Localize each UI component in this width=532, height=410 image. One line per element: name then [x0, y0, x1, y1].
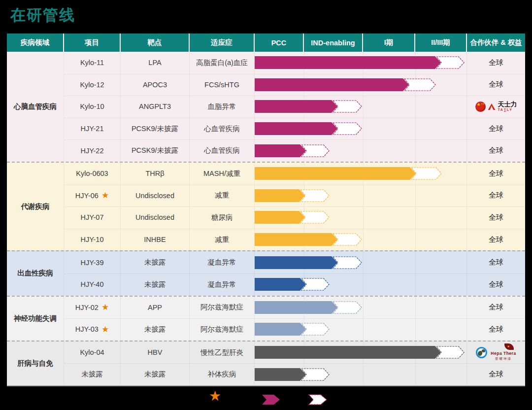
project-name: Kylo-04	[80, 348, 104, 356]
project-cell: Kylo-12	[64, 74, 121, 96]
partner-rights-label: 全球	[489, 80, 503, 89]
phase-gridline	[363, 185, 364, 207]
phase-gridline	[415, 363, 416, 385]
solid-arrow-bar	[255, 189, 305, 202]
partner-rights-label: 全球	[489, 303, 503, 312]
tasly-cn-label: 天士力	[498, 101, 517, 107]
partner-rights-label: 全球	[489, 124, 503, 134]
partner-rights-label: 全球	[489, 169, 503, 178]
partner-cell: 全球	[467, 52, 525, 74]
solid-arrow-bar	[255, 167, 416, 180]
disease-group: 心脑血管疾病Kylo-11LPA高脂蛋白(a)血症全球Kylo-12APOC3F…	[7, 52, 525, 162]
partner-rights-label: 全球	[489, 258, 503, 267]
phase-gridline	[415, 251, 416, 273]
indication-cell: 凝血异常	[190, 273, 255, 296]
indication-cell: 高脂蛋白(a)血症	[190, 52, 255, 74]
target-cell: 未披露	[121, 363, 190, 385]
legend-star-icon: ★	[209, 389, 221, 403]
target-cell: 未披露	[121, 273, 190, 296]
phase-progress-bar	[255, 277, 332, 291]
pipeline-row: 未披露未披露补体疾病全球	[64, 363, 525, 385]
project-cell: HJY-03★	[64, 318, 121, 341]
globe-icon	[476, 347, 487, 358]
project-cell: HJY-39	[64, 251, 121, 273]
solid-arrow-bar	[255, 233, 337, 246]
pipeline-row: HJY-06★Undisclosed减重全球	[64, 185, 525, 207]
project-name: 未披露	[81, 370, 103, 379]
pipeline-row: Kylo-12APOC3FCS/sHTG全球	[64, 74, 525, 96]
project-name: HJY-22	[80, 147, 103, 155]
target-cell: PCSK9/未披露	[121, 139, 190, 162]
project-name: Kylo-0603	[76, 170, 108, 177]
disease-area-label: 代谢疾病	[7, 163, 64, 250]
china-flag-icon: ★★★★	[475, 102, 486, 112]
phase-progress-bar	[255, 167, 444, 180]
indication-cell: 阿尔兹海默症	[190, 318, 255, 341]
solid-arrow-bar	[255, 100, 337, 113]
disease-group: 出血性疾病HJY-39未披露凝血异常全球HJY-40未披露凝血异常全球	[7, 250, 525, 295]
phase-progress-bar	[255, 322, 332, 336]
pipeline-row: Kylo-04HBV慢性乙型肝炎Hepa Thera星曜坤泽	[64, 342, 525, 364]
pipeline-row: HJY-39未披露凝血异常全球	[64, 251, 525, 273]
phase-gridline	[415, 96, 416, 118]
key-program-star-icon: ★	[101, 191, 109, 200]
pipeline-row: Kylo-11LPA高脂蛋白(a)血症全球	[64, 52, 525, 74]
column-header: 靶点	[121, 34, 190, 52]
indication-cell: 阿尔兹海默症	[190, 297, 255, 319]
solid-arrow-bar	[255, 144, 306, 157]
solid-arrow-bar	[255, 278, 306, 291]
phase-track	[255, 185, 467, 207]
phase-gridline	[415, 273, 416, 296]
phase-track	[255, 318, 467, 341]
column-header: IND-enabling	[304, 34, 363, 52]
page-title: 在研管线	[10, 5, 75, 26]
project-name: HJY-03	[75, 325, 99, 333]
phase-track	[255, 363, 467, 385]
pipeline-row: HJY-02★APP阿尔兹海默症全球	[64, 297, 525, 319]
phase-gridline	[363, 273, 364, 296]
project-name: HJY-39	[80, 259, 103, 267]
project-cell: HJY-10	[64, 229, 121, 251]
target-cell: 未披露	[121, 251, 190, 273]
partner-cell: 全球	[467, 206, 525, 229]
indication-cell: FCS/sHTG	[190, 74, 255, 96]
key-program-star-icon: ★	[101, 303, 109, 311]
partner-rights-label: 全球	[489, 235, 503, 244]
phase-progress-bar	[255, 100, 364, 113]
project-cell: HJY-40	[64, 273, 121, 296]
solid-arrow-bar	[255, 368, 306, 381]
project-cell: Kylo-10	[64, 96, 121, 118]
disease-group: 代谢疾病Kylo-0603THRβMASH/减重全球HJY-06★Undiscl…	[7, 162, 525, 250]
solid-arrow-bar	[255, 256, 337, 269]
pipeline-row: Kylo-0603THRβMASH/减重全球	[64, 163, 525, 185]
phase-progress-bar	[255, 233, 364, 246]
partner-rights-label: 全球	[489, 325, 503, 334]
partner-rights-label: 全球	[489, 370, 503, 379]
target-cell: 未披露	[121, 318, 190, 341]
pipeline-row: HJY-40未披露凝血异常全球	[64, 273, 525, 296]
solid-arrow-bar	[255, 211, 305, 224]
phase-track	[255, 74, 467, 96]
phase-progress-bar	[255, 210, 332, 224]
disease-area-label: 神经功能失调	[7, 297, 64, 341]
project-cell: Kylo-11	[64, 52, 121, 74]
phase-gridline	[415, 185, 416, 207]
phase-track	[255, 297, 467, 319]
project-cell: HJY-06★	[64, 185, 121, 207]
project-name: HJY-07	[80, 213, 103, 221]
pipeline-row: HJY-03★未披露阿尔兹海默症全球	[64, 318, 525, 341]
legend-solid-arrow-icon	[262, 394, 280, 405]
partner-cell: 全球	[467, 163, 525, 185]
phase-progress-bar	[255, 256, 364, 270]
pipeline-row: HJY-22PCSK9/未披露心血管疾病全球	[64, 139, 525, 162]
phase-track	[255, 206, 467, 229]
column-header: I期	[363, 34, 415, 52]
partner-cell: 全球	[467, 139, 525, 162]
phase-gridline	[415, 229, 416, 251]
pipeline-row: HJY-07Undisclosed糖尿病全球	[64, 206, 525, 229]
phase-gridline	[415, 206, 416, 229]
phase-track	[255, 251, 467, 273]
disease-area-label: 心脑血管疾病	[7, 52, 64, 162]
table-header-row: 疾病领域项目靶点适应症PCCIND-enablingI期II/III期合作伙伴 …	[7, 34, 525, 52]
pipeline-row: HJY-21PCSK9/未披露心血管疾病全球	[64, 118, 525, 140]
